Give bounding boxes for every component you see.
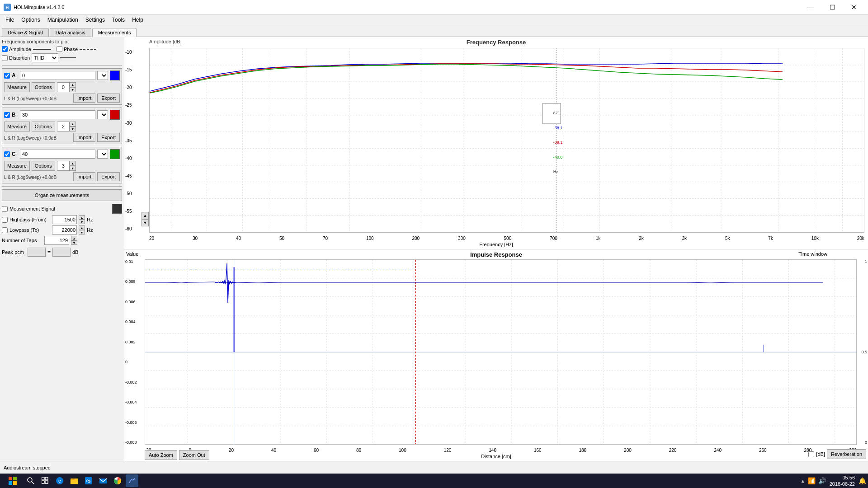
tab-device-signal[interactable]: Device & Signal (2, 28, 49, 37)
start-button[interactable] (2, 474, 24, 487)
thd-select[interactable]: THD HD2 HD3 THD+N (32, 53, 58, 62)
close-button[interactable]: ✕ (844, 0, 864, 14)
impulse-x-tick-260: 260 (759, 448, 767, 453)
channel-c-color[interactable] (110, 149, 120, 159)
titlebar-left: H HOLMImpulse v1.4.2.0 (4, 4, 65, 11)
channel-b-dropdown[interactable]: ▼ (97, 110, 108, 119)
distortion-checkbox-label[interactable]: Distortion (2, 55, 30, 61)
taskview-icon[interactable] (39, 474, 52, 487)
channel-a-spinner-up[interactable]: ▲ (70, 82, 76, 87)
menu-file[interactable]: File (2, 16, 18, 24)
channel-c-input[interactable] (20, 150, 95, 159)
channel-a-spinner-down[interactable]: ▼ (70, 87, 76, 92)
channel-c-spinner-input[interactable] (57, 161, 70, 171)
channel-c-spinner-up[interactable]: ▲ (70, 161, 76, 166)
scroll-down-arrow[interactable]: ▼ (142, 219, 149, 226)
menu-manipulation[interactable]: Manipulation (44, 16, 82, 24)
auto-zoom-button[interactable]: Auto Zoom (145, 450, 177, 460)
channel-c-spinner-down[interactable]: ▼ (70, 166, 76, 171)
highpass-spin-up[interactable]: ▲ (79, 215, 85, 220)
db-checkbox[interactable] (808, 451, 814, 457)
channel-a-options-button[interactable]: Options (32, 82, 55, 92)
notification-icon[interactable]: 🔔 (859, 477, 866, 484)
channel-b-enable[interactable] (4, 112, 10, 118)
highpass-checkbox[interactable] (2, 217, 8, 223)
channel-a-dropdown[interactable]: ▼ (97, 71, 108, 80)
freq-x-tick-10k: 10k (811, 236, 819, 241)
svg-rect-71 (42, 477, 44, 480)
channel-a-export-button[interactable]: Export (97, 94, 120, 103)
freq-x-label: Frequency [Hz] (479, 242, 513, 247)
clock[interactable]: 05:56 2018-08-22 (830, 474, 855, 488)
chrome-icon[interactable] (111, 474, 124, 487)
channel-a-enable[interactable] (4, 73, 10, 79)
peak-pcm-input[interactable] (28, 248, 46, 257)
channel-b-options-button[interactable]: Options (32, 122, 55, 131)
distortion-checkbox[interactable] (2, 55, 8, 61)
explorer-icon[interactable] (68, 474, 80, 487)
tab-data-analysis[interactable]: Data analysis (50, 28, 91, 37)
peak-db-input[interactable] (52, 248, 71, 257)
channel-a-input[interactable] (20, 71, 95, 80)
holmimpulse-taskbar-icon[interactable] (126, 474, 138, 487)
menu-tools[interactable]: Tools (108, 16, 128, 24)
channel-c-options-button[interactable]: Options (32, 161, 55, 171)
mail-icon[interactable] (97, 474, 109, 487)
channel-a-color[interactable] (110, 70, 120, 80)
phase-checkbox-label[interactable]: Phase (57, 46, 78, 52)
channel-b-spinner-input[interactable] (57, 122, 70, 131)
channel-c-export-button[interactable]: Export (97, 172, 120, 181)
amplitude-checkbox[interactable] (2, 46, 8, 52)
taps-input[interactable] (44, 236, 69, 245)
reverberation-button[interactable]: Reverberation (827, 449, 866, 459)
measurement-signal-color[interactable] (112, 204, 122, 214)
menu-settings[interactable]: Settings (82, 16, 108, 24)
lowpass-spin-up[interactable]: ▲ (79, 225, 85, 230)
phase-checkbox[interactable] (57, 46, 62, 52)
store-icon[interactable]: 🛍 (82, 474, 95, 487)
channel-b-import-button[interactable]: Import (73, 133, 95, 142)
highpass-spin: ▲ ▼ (79, 215, 85, 224)
channel-b-spinner-up[interactable]: ▲ (70, 122, 76, 127)
lowpass-input[interactable] (52, 225, 77, 235)
channel-a-import-button[interactable]: Import (73, 94, 95, 103)
menu-help[interactable]: Help (128, 16, 147, 24)
channel-b-info: L & R (LogSweep) +0.0dB (4, 136, 57, 141)
channel-b-color[interactable] (110, 110, 120, 120)
channel-c-enable[interactable] (4, 151, 10, 157)
highpass-input[interactable] (52, 215, 77, 224)
tray-up-arrow[interactable]: ▲ (801, 479, 805, 483)
measurement-signal-checkbox[interactable] (2, 206, 8, 212)
channel-b-spinner-down[interactable]: ▼ (70, 127, 76, 131)
highpass-spin-down[interactable]: ▼ (79, 220, 85, 224)
channel-a-measure-button[interactable]: Measure (4, 82, 30, 92)
edge-icon[interactable]: e (53, 474, 66, 487)
impulse-bottom-right: [dB] Reverberation (808, 449, 866, 459)
date: 2018-08-22 (830, 481, 855, 487)
network-icon[interactable]: 📶 (808, 477, 816, 484)
minimize-button[interactable]: — (800, 0, 821, 14)
svg-rect-73 (42, 481, 44, 483)
zoom-out-button[interactable]: Zoom Out (179, 450, 209, 460)
channel-a-spinner-input[interactable] (57, 82, 70, 92)
tab-measurements[interactable]: Measurements (92, 28, 137, 37)
menu-options[interactable]: Options (18, 16, 43, 24)
channel-b-measure-button[interactable]: Measure (4, 122, 30, 131)
volume-icon[interactable]: 🔊 (818, 477, 826, 484)
taps-spin-up[interactable]: ▲ (71, 236, 77, 240)
channel-c-dropdown[interactable]: ▼ (97, 150, 108, 159)
freq-y-tick-8: -45 (125, 174, 132, 178)
scroll-up-arrow[interactable]: ▲ (142, 212, 149, 219)
lowpass-checkbox[interactable] (2, 227, 8, 233)
channel-c-import-button[interactable]: Import (73, 172, 95, 181)
channel-b-export-button[interactable]: Export (97, 133, 120, 142)
organize-button[interactable]: Organize measurements (2, 189, 122, 201)
channel-c-measure-button[interactable]: Measure (4, 161, 30, 171)
left-panel: Frequency components to plot Amplitude P… (0, 37, 124, 461)
search-taskbar-icon[interactable] (24, 474, 37, 487)
lowpass-spin-down[interactable]: ▼ (79, 230, 85, 235)
taps-spin-down[interactable]: ▼ (71, 240, 77, 245)
maximize-button[interactable]: ☐ (822, 0, 843, 14)
amplitude-checkbox-label[interactable]: Amplitude (2, 46, 31, 52)
channel-b-input[interactable] (20, 110, 95, 119)
